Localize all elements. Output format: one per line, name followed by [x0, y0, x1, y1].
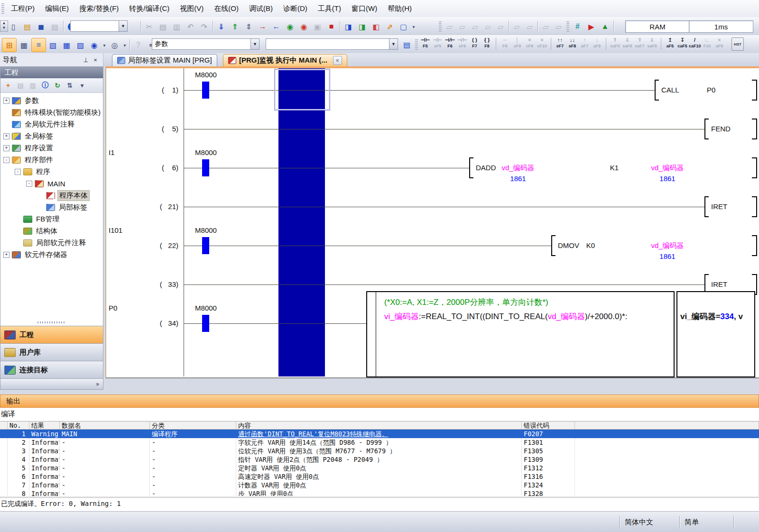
tree-item[interactable]: - MAIN: [0, 178, 103, 190]
device-search-icon[interactable]: ◎: [108, 38, 121, 52]
monitor-write-icon[interactable]: →: [256, 20, 269, 33]
ladder-symbol-button[interactable]: ∟ F10: [701, 37, 713, 51]
column-category[interactable]: 分类: [150, 422, 236, 429]
write-to-plc-icon[interactable]: ⇓: [214, 20, 228, 33]
tree-item[interactable]: 全局软元件注释: [0, 119, 103, 130]
combo-dropdown-icon[interactable]: ▼: [119, 21, 127, 31]
debug-tool-icon-7[interactable]: ▱: [523, 20, 536, 33]
paste-icon[interactable]: ▥: [170, 20, 184, 33]
tree-item[interactable]: + 全局标签: [0, 130, 103, 142]
menu-item[interactable]: 搜索/替换(F): [74, 3, 124, 15]
output-row[interactable]: 2 Information - - 字软元件 VAR用 使用14点（范围 D98…: [0, 438, 759, 447]
device-find-write-icon[interactable]: ◨: [342, 20, 355, 33]
sidebar-collapse-bar[interactable]: »: [0, 378, 103, 389]
menu-item[interactable]: 诊断(D): [278, 3, 313, 15]
ladder-symbol-button[interactable]: ↥ aF5: [664, 37, 676, 51]
tree-expander-icon[interactable]: -: [26, 181, 32, 187]
ladder-symbol-button[interactable]: / caF10: [689, 37, 701, 51]
redo-icon[interactable]: ↷: [197, 20, 211, 33]
toolbar-overflow-icon[interactable]: ▲▼: [0, 20, 8, 32]
instruction-iret[interactable]: IRET: [711, 202, 727, 212]
device-comment-display-icon[interactable]: ▧: [46, 38, 60, 52]
read-from-plc-icon[interactable]: ⇑: [228, 20, 242, 33]
ladder-symbol-button[interactable]: ↓↓ sF8: [566, 37, 578, 51]
ladder-symbol-button[interactable]: ↑ aF7: [579, 37, 591, 51]
tree-expander-icon[interactable]: +: [3, 133, 9, 139]
ladder-symbol-button[interactable]: { } F8: [481, 37, 493, 51]
ladder-symbol-button[interactable]: ⊣⊢ F5: [419, 37, 431, 51]
instruction-call[interactable]: CALL: [661, 85, 679, 95]
display-dropdown-icon[interactable]: ▾: [101, 38, 108, 52]
sort-dropdown-icon[interactable]: ▾: [76, 79, 88, 92]
tree-expander-icon[interactable]: +: [3, 145, 9, 151]
ladder-symbol-button[interactable]: ⊣∕⊢ sF6: [456, 37, 468, 51]
operand-label[interactable]: vd_编码器: [639, 240, 696, 251]
ladder-symbol-button[interactable]: ⊣∕⊢ F6: [444, 37, 456, 51]
device-structure-icon[interactable]: ▨: [74, 38, 87, 52]
menu-item[interactable]: 窗口(W): [346, 3, 382, 15]
copy-data-icon[interactable]: ▤: [14, 79, 27, 92]
column-content[interactable]: 内容: [236, 422, 522, 429]
output-row[interactable]: 8 Information - - 步 VAR用 使用0点 F1328: [0, 489, 759, 496]
tree-expander-icon[interactable]: +: [3, 252, 9, 258]
verify-with-plc-icon[interactable]: ⇕: [242, 20, 256, 33]
paste-data-icon[interactable]: ▥: [27, 79, 39, 92]
tree-item[interactable]: + 软元件存储器: [0, 249, 103, 261]
debug-tool-icon-6[interactable]: ▱: [510, 20, 523, 33]
monitor-condition-icon[interactable]: ▢: [397, 20, 410, 33]
ladder-symbol-button[interactable]: ( ) F7: [469, 37, 481, 51]
combo-dropdown-icon[interactable]: ▼: [389, 39, 398, 49]
tree-item[interactable]: 特殊模块(智能功能模块): [0, 107, 103, 119]
device-display-icon[interactable]: ◉: [87, 38, 101, 52]
open-project-icon[interactable]: ▤: [20, 20, 34, 33]
tree-item[interactable]: 局部标签: [0, 202, 103, 213]
data-selector-combo[interactable]: 参数 ▼: [152, 38, 259, 50]
ladder-symbol-button[interactable]: │ sF9: [511, 37, 523, 51]
ladder-symbol-button[interactable]: ↓ aF8: [591, 37, 603, 51]
tab-local-label-setting[interactable]: 局部标签设置 MAIN [PRG]: [112, 54, 217, 66]
ladder-symbol-button[interactable]: ⊣⊢ sF5: [432, 37, 444, 51]
column-error-code[interactable]: 错误代码: [522, 422, 575, 429]
debug-tool-icon-5[interactable]: ▱: [494, 20, 507, 33]
tree-expander-icon[interactable]: +: [3, 98, 9, 104]
help-icon-2[interactable]: ?: [131, 38, 145, 52]
ladder-symbol-button[interactable]: × aF9: [713, 37, 725, 51]
transfer-setup-icon[interactable]: ⇗: [383, 20, 397, 33]
menu-item[interactable]: 工程(P): [6, 3, 40, 15]
column-no[interactable]: No.: [8, 422, 29, 429]
print-icon[interactable]: ▤: [48, 20, 62, 33]
tree-item[interactable]: + 程序设置: [0, 142, 103, 154]
monitor-dropdown-icon[interactable]: ▾: [410, 20, 417, 33]
monitor-read-icon[interactable]: ←: [269, 20, 283, 33]
debug-tool-icon-1[interactable]: ▱: [443, 20, 456, 33]
new-data-icon[interactable]: +: [2, 79, 14, 92]
device-batch-icon[interactable]: ▣: [311, 20, 324, 33]
menu-item[interactable]: 工具(T): [313, 3, 346, 15]
tree-expander-icon[interactable]: -: [3, 157, 9, 163]
debug-tool-icon-3[interactable]: ▱: [469, 20, 481, 33]
secondary-selector-combo[interactable]: ▼: [266, 38, 398, 50]
watch-stop-icon[interactable]: ◉: [297, 20, 311, 33]
combo-dropdown-icon[interactable]: ▼: [250, 39, 259, 49]
st-monitor-box[interactable]: vi_编码器=334, v: [676, 291, 755, 377]
instruction-dmov[interactable]: DMOV: [558, 240, 579, 251]
tree-expander-icon[interactable]: -: [15, 169, 21, 175]
tree-item[interactable]: 局部软元件注释: [0, 237, 103, 249]
menu-item[interactable]: 转换/编译(C): [124, 3, 175, 15]
contact-m8000[interactable]: [202, 159, 209, 176]
search-dropdown-icon[interactable]: ▾: [121, 38, 128, 52]
ladder-symbol-button[interactable]: ⇑ saF5: [609, 37, 621, 51]
instruction-operand[interactable]: P0: [707, 85, 715, 95]
output-row[interactable]: 7 Information - - 计数器 VAR用 使用0点 F1324: [0, 481, 759, 489]
debug-tool-icon-8[interactable]: ▱: [539, 20, 552, 33]
menu-item[interactable]: 帮助(H): [382, 3, 417, 15]
simulation-start-icon[interactable]: ▶: [584, 20, 598, 33]
output-row[interactable]: 6 Information - - 高速定时器 VAR用 使用0点 F1316: [0, 472, 759, 481]
menu-item[interactable]: 编辑(E): [40, 3, 74, 15]
connection-test-icon[interactable]: #: [571, 20, 584, 33]
inline-st-button[interactable]: HST: [731, 37, 744, 51]
simulation-stop-icon[interactable]: ▲: [598, 20, 612, 33]
window-selector-combo[interactable]: ▼: [70, 20, 128, 32]
ladder-symbol-button[interactable]: × cF10: [536, 37, 548, 51]
cut-icon[interactable]: ✂: [142, 20, 156, 33]
